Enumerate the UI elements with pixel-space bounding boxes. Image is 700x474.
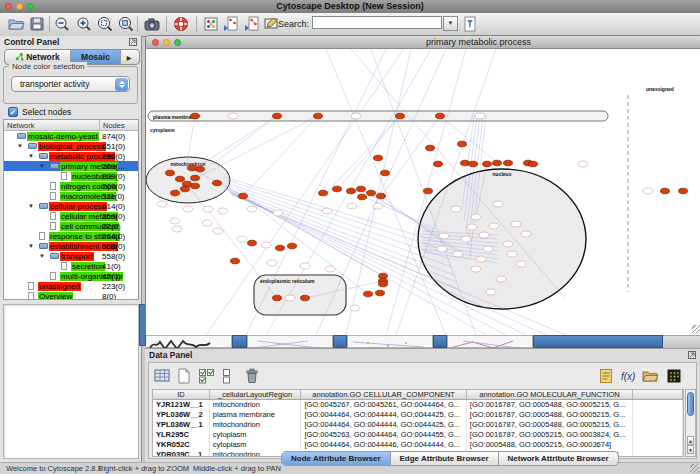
network-node-outline[interactable] [453, 251, 463, 257]
tree-row-unassigned[interactable]: unassigned223(0) [4, 281, 138, 291]
table-cell[interactable]: YPL036W__1 [153, 420, 210, 430]
network-node[interactable] [314, 113, 323, 119]
network-node-outline[interactable] [228, 113, 238, 119]
network-node[interactable] [276, 245, 285, 251]
table-cell[interactable]: [GO:0044464, GO:0044444, GO:0044425, G..… [301, 410, 466, 420]
network-node[interactable] [319, 190, 328, 196]
network-node-outline[interactable] [467, 224, 477, 230]
network-node[interactable] [483, 161, 492, 167]
network-node[interactable] [357, 186, 366, 192]
float-panel-icon[interactable] [129, 38, 137, 46]
select-nodes-checkbox[interactable]: ✓ [8, 107, 18, 117]
app-titlebar[interactable]: Cytoscape Desktop (New Session) [0, 0, 700, 14]
network-canvas[interactable]: plasma membrane cytoplasm mitochondrion … [146, 49, 700, 335]
tree-column-network[interactable]: Network [7, 121, 35, 130]
network-node[interactable] [248, 240, 257, 246]
network-node[interactable] [358, 194, 367, 200]
expand-arrow-icon[interactable]: ▼ [28, 202, 34, 210]
table-cell[interactable]: [GO:0044464, GO:0044446, GO:0044444, G..… [301, 440, 466, 450]
plugins-icon[interactable] [202, 15, 220, 33]
help-icon[interactable] [172, 15, 190, 33]
network-node-outline[interactable] [325, 266, 335, 272]
network-edge[interactable] [338, 116, 400, 189]
network-edge[interactable] [244, 116, 318, 195]
network-node[interactable] [376, 290, 385, 296]
network-node-outline[interactable] [486, 289, 496, 295]
network-node[interactable] [379, 281, 388, 287]
unselect-all-icon[interactable] [219, 367, 237, 385]
network-node[interactable] [191, 175, 200, 181]
table-cell[interactable] [633, 450, 683, 457]
network-node[interactable] [461, 160, 470, 166]
network-node[interactable] [504, 160, 513, 166]
network-node[interactable] [396, 113, 405, 119]
network-node[interactable] [529, 161, 538, 167]
network-node[interactable] [347, 188, 356, 194]
network-node-outline[interactable] [496, 276, 506, 282]
network-node[interactable] [367, 190, 376, 196]
table-cell[interactable]: plasma membrane [210, 410, 302, 420]
network-node[interactable] [288, 243, 297, 249]
background-windows-strip[interactable] [145, 335, 700, 348]
network-node-outline[interactable] [347, 203, 357, 209]
expand-arrow-icon[interactable]: ▼ [39, 252, 45, 260]
network-node[interactable] [424, 188, 433, 194]
tab-network-attribute-browser[interactable]: Network Attribute Browser [499, 452, 618, 465]
network-node[interactable] [381, 170, 390, 176]
network-edge[interactable] [187, 184, 277, 298]
tree-row-nucleobase[interactable]: nucleobase-209(0) [4, 171, 138, 181]
column-header-id[interactable]: ID [153, 390, 210, 399]
table-cell[interactable]: mitochondrion [210, 420, 302, 430]
expand-arrow-icon[interactable]: ▼ [28, 242, 34, 250]
select-attributes-icon[interactable] [153, 367, 171, 385]
zoom-in-icon[interactable] [75, 15, 93, 33]
network-node-outline[interactable] [493, 201, 503, 207]
snapshot-icon[interactable] [143, 15, 161, 33]
scrollbar-thumb[interactable] [687, 392, 694, 416]
network-node-outline[interactable] [437, 246, 447, 252]
table-cell[interactable] [633, 440, 683, 450]
save-icon[interactable] [28, 15, 46, 33]
tree-row-secretion[interactable]: secretion41(0) [4, 261, 138, 271]
network-node[interactable] [333, 186, 342, 192]
table-cell[interactable]: YKR052C [153, 440, 210, 450]
network-node-outline[interactable] [203, 206, 213, 212]
network-node[interactable] [239, 193, 248, 199]
network-node[interactable] [213, 180, 222, 186]
tree-row-overview[interactable]: Overview8(0) [4, 291, 138, 300]
network-node[interactable] [364, 291, 373, 297]
table-cell[interactable] [633, 400, 683, 410]
network-node-outline[interactable] [476, 256, 486, 262]
network-window-titlebar[interactable]: primary metabolic process [146, 36, 700, 49]
network-node[interactable] [301, 295, 310, 301]
network-node-outline[interactable] [172, 226, 182, 232]
network-node[interactable] [196, 166, 205, 172]
background-window-thumbnail[interactable] [247, 335, 333, 348]
network-edge[interactable] [190, 116, 318, 181]
column-header-cellularlayoutregion[interactable]: _cellularLayoutRegion [210, 390, 302, 399]
background-window-titlebar[interactable] [333, 335, 347, 348]
table-cell[interactable]: [GO:0016787, GO:0005488, GO:0005215, G..… [467, 410, 633, 420]
background-window-titlebar[interactable] [232, 335, 247, 348]
network-node[interactable] [166, 170, 175, 176]
tree-row-transport[interactable]: ▼transport558(0) [4, 251, 138, 261]
network-node[interactable] [191, 183, 200, 189]
tree-row-mosaic-demo-yeast[interactable]: mosaic-demo-yeast874(0) [4, 131, 138, 141]
zoom-selected-icon[interactable] [96, 15, 114, 33]
tree-row-establishment-of-lo[interactable]: ▼establishment of lo558(0) [4, 241, 138, 251]
network-node-outline[interactable] [471, 214, 481, 220]
import-edge-attributes-icon[interactable] [243, 15, 261, 33]
table-cell[interactable]: YPL036W__2 [153, 410, 210, 420]
network-node-outline[interactable] [475, 113, 485, 119]
network-node[interactable] [374, 155, 383, 161]
network-node-outline[interactable] [261, 242, 271, 248]
expand-arrow-icon[interactable]: ▼ [28, 152, 34, 160]
scroll-up-arrow[interactable]: ▲ [687, 436, 694, 445]
network-edge[interactable] [194, 116, 277, 169]
network-node-outline[interactable] [170, 218, 180, 224]
network-node[interactable] [679, 188, 688, 194]
table-cell[interactable]: YDR039C__1 [153, 450, 210, 457]
tree-row-nitrogen-compo[interactable]: nitrogen compo209(0) [4, 181, 138, 191]
network-node[interactable] [188, 165, 197, 171]
float-panel-icon[interactable] [688, 351, 696, 359]
